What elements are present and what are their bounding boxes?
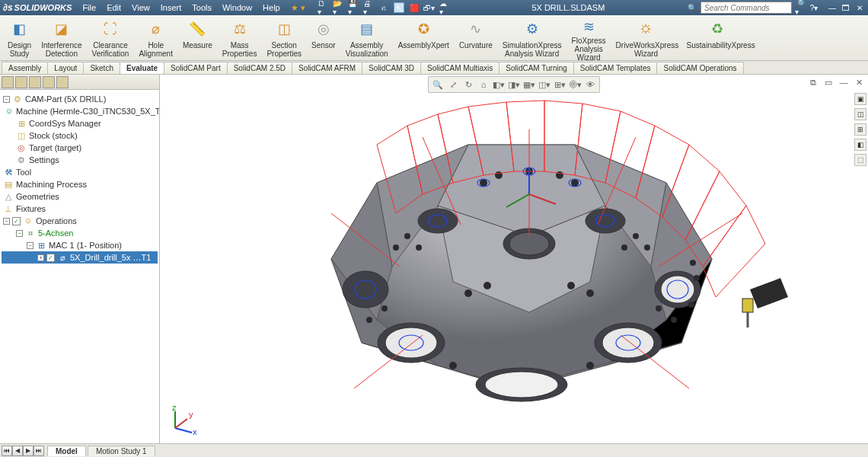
ribbon-interference-detection[interactable]: ◪InterferenceDetection bbox=[37, 17, 87, 59]
ribbon-clearance-verification[interactable]: ⛶ClearanceVerification bbox=[88, 17, 135, 59]
tree-machine[interactable]: ⛭Machine (Hermle-C30_iTNC530_5X_TZ) bbox=[2, 105, 158, 117]
menu-edit[interactable]: Edit bbox=[102, 2, 126, 14]
ribbon-label: InterferenceDetection bbox=[41, 41, 81, 58]
feature-tree[interactable]: −⚙CAM-Part (5X DRILL) ⛭Machine (Hermle-C… bbox=[0, 90, 159, 443]
tree-target[interactable]: ◎Target (target) bbox=[2, 142, 158, 154]
feature-tab-icon[interactable] bbox=[2, 76, 14, 88]
tab-solidcam-multiaxis[interactable]: SolidCAM Multiaxis bbox=[420, 62, 499, 74]
menu-window[interactable]: Window bbox=[218, 2, 257, 14]
tree-coordsys[interactable]: ⊞CoordSys Manager bbox=[2, 117, 158, 129]
svg-point-41 bbox=[656, 305, 662, 312]
title-right: 🔍 🔎▾ ?▾ — 🗖 ✕ bbox=[687, 2, 865, 14]
tree-selected-operation[interactable]: +✓⌀5X_Drill_drill_5x …T1 bbox=[2, 251, 158, 264]
expand-icon[interactable]: + bbox=[37, 254, 44, 261]
tab-assembly[interactable]: Assembly bbox=[2, 62, 48, 74]
collapse-icon[interactable]: − bbox=[3, 96, 10, 103]
qat-link-icon[interactable]: ☁▾ bbox=[439, 2, 450, 13]
svg-point-38 bbox=[586, 289, 594, 297]
view-triad[interactable]: z y x bbox=[168, 405, 198, 436]
ribbon-assemblyxpert[interactable]: ✪AssemblyXpert bbox=[394, 17, 455, 59]
tab-solidcam-turning[interactable]: SolidCAM Turning bbox=[499, 62, 574, 74]
graphics-viewport[interactable]: 🔍 ⤢ ↻ ⌂ ◧▾ ◨▾ ▦▾ ◫▾ ⊞▾ 🞋▾ 👁 ⧉ ▭ — ✕ ▣ ◫ … bbox=[160, 75, 868, 443]
svg-point-33 bbox=[621, 244, 627, 251]
qat-new-icon[interactable]: 🗋▾ bbox=[318, 2, 328, 13]
cam-tab-icon[interactable] bbox=[56, 76, 69, 88]
bottom-tab-model[interactable]: Model bbox=[47, 446, 86, 456]
nav-next-icon[interactable]: ▶ bbox=[23, 446, 34, 456]
collapse-icon[interactable]: − bbox=[27, 242, 34, 249]
tab-solidcam-operations[interactable]: SolidCAM Operations bbox=[656, 62, 743, 74]
check-icon[interactable]: ✓ bbox=[12, 217, 21, 225]
ribbon-driveworksxpress[interactable]: ⛭DriveWorksXpressWizard bbox=[611, 17, 682, 59]
tab-solidcam-templates[interactable]: SolidCAM Templates bbox=[573, 62, 658, 74]
tree-geometries[interactable]: △Geometries bbox=[2, 190, 158, 203]
tab-sketch[interactable]: Sketch bbox=[83, 62, 120, 74]
menu-tools[interactable]: Tools bbox=[187, 2, 216, 14]
ribbon-label: DriveWorksXpressWizard bbox=[616, 41, 677, 58]
ribbon-mass-properties[interactable]: ⚖MassProperties bbox=[218, 17, 263, 59]
restore-icon[interactable]: 🗖 bbox=[841, 2, 851, 13]
tree-fixtures[interactable]: ⊥Fixtures bbox=[2, 203, 158, 215]
ribbon-floxpress[interactable]: ≋FloXpressAnalysisWizard bbox=[567, 17, 611, 59]
search-dropdown-icon[interactable]: 🔎▾ bbox=[795, 2, 806, 13]
check-icon[interactable]: ✓ bbox=[46, 254, 55, 262]
ribbon-sustainabilityxpress[interactable]: ♻SustainabilityXpress bbox=[682, 17, 753, 59]
tab-layout[interactable]: Layout bbox=[47, 62, 84, 74]
mass-props-icon: ⚖ bbox=[229, 18, 251, 40]
config-tab-icon[interactable] bbox=[29, 76, 41, 88]
qat-options-icon[interactable]: 🗗▾ bbox=[424, 2, 435, 13]
nav-prev-icon[interactable]: ◀ bbox=[12, 446, 23, 456]
qat-undo-icon[interactable]: ⎌ bbox=[378, 2, 389, 13]
tree-machining-process[interactable]: ▤Machining Process bbox=[2, 178, 158, 190]
collapse-icon[interactable]: − bbox=[3, 218, 10, 225]
ribbon-assembly-visualization[interactable]: ▤AssemblyVisualization bbox=[341, 17, 394, 59]
menu-view[interactable]: View bbox=[127, 2, 155, 14]
sheet-nav-buttons: ⏮ ◀ ▶ ⏭ bbox=[0, 446, 46, 456]
ribbon-section-properties[interactable]: ◫SectionProperties bbox=[262, 17, 307, 59]
bottom-tab-motion-study[interactable]: Motion Study 1 bbox=[88, 446, 155, 456]
tree-settings[interactable]: ⚙Settings bbox=[2, 154, 158, 166]
close-icon[interactable]: ✕ bbox=[854, 2, 865, 13]
menu-dropdown-icon[interactable]: ★ ▾ bbox=[286, 2, 310, 14]
ribbon-measure[interactable]: 📏Measure bbox=[178, 17, 218, 59]
tree-tool[interactable]: 🛠Tool bbox=[2, 166, 158, 178]
help-icon[interactable]: ?▾ bbox=[809, 2, 819, 13]
collapse-icon[interactable]: − bbox=[16, 230, 23, 237]
display-tab-icon[interactable] bbox=[43, 76, 55, 88]
tab-solidcam-afrm[interactable]: SolidCAM AFRM bbox=[292, 62, 362, 74]
menu-insert[interactable]: Insert bbox=[156, 2, 187, 14]
property-tab-icon[interactable] bbox=[15, 76, 27, 88]
ribbon-simulationxpress[interactable]: ⚙SimulationXpressAnalysis Wizard bbox=[498, 17, 567, 59]
svg-point-46 bbox=[694, 275, 700, 281]
tab-evaluate[interactable]: Evaluate bbox=[120, 62, 164, 74]
tree-operations[interactable]: −✓⛭Operations bbox=[2, 215, 158, 227]
qat-select-icon[interactable]: ↖ bbox=[394, 2, 404, 13]
ribbon-design-study[interactable]: ◧DesignStudy bbox=[3, 17, 37, 59]
nav-first-icon[interactable]: ⏮ bbox=[2, 446, 12, 456]
qat-rebuild-icon[interactable]: 🟥 bbox=[409, 2, 420, 13]
ribbon-label: ClearanceVerification bbox=[92, 41, 129, 58]
tab-solidcam-part[interactable]: SolidCAM Part bbox=[164, 62, 228, 74]
qat-print-icon[interactable]: 🖨▾ bbox=[363, 2, 374, 13]
tree-stock[interactable]: ◫Stock (stock) bbox=[2, 129, 158, 142]
operations-icon: ⛭ bbox=[23, 216, 34, 226]
menu-help[interactable]: Help bbox=[258, 2, 285, 14]
tab-solidcam-3d[interactable]: SolidCAM 3D bbox=[362, 62, 421, 74]
tab-solidcam-25d[interactable]: SolidCAM 2.5D bbox=[227, 62, 292, 74]
svg-point-47 bbox=[688, 302, 694, 308]
svg-line-72 bbox=[175, 419, 187, 428]
ribbon-sensor[interactable]: ◎Sensor bbox=[307, 17, 341, 59]
tree-mac1[interactable]: −⊞MAC 1 (1- Position) bbox=[2, 239, 158, 251]
qat-save-icon[interactable]: 💾▾ bbox=[348, 2, 359, 13]
minimize-icon[interactable]: — bbox=[827, 2, 838, 13]
search-input[interactable] bbox=[700, 2, 792, 14]
tree-root[interactable]: −⚙CAM-Part (5X DRILL) bbox=[2, 93, 158, 105]
ribbon-hole-alignment[interactable]: ⌀HoleAlignment bbox=[134, 17, 177, 59]
menu-file[interactable]: File bbox=[78, 2, 101, 14]
ribbon-curvature[interactable]: ∿Curvature bbox=[455, 17, 498, 59]
qat-open-icon[interactable]: 📂▾ bbox=[333, 2, 343, 13]
nav-last-icon[interactable]: ⏭ bbox=[34, 446, 44, 456]
ribbon-label: SimulationXpressAnalysis Wizard bbox=[503, 41, 562, 58]
tree-5axis[interactable]: −⌗5-Achsen bbox=[2, 227, 158, 239]
svg-point-12 bbox=[485, 372, 558, 398]
